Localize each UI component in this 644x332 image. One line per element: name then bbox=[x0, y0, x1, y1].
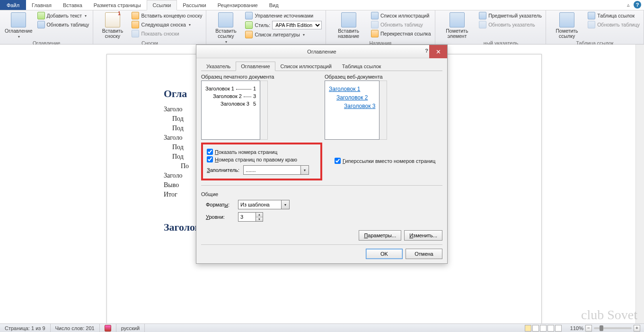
tab-insert[interactable]: Вставка bbox=[57, 0, 88, 10]
insert-endnote-button[interactable]: Вставить концевую сноску bbox=[131, 11, 203, 20]
tab-layout[interactable]: Разметка страницы bbox=[88, 0, 147, 10]
right-align-checkbox[interactable]: Номера страниц по правому краю bbox=[207, 156, 317, 162]
figure-list-button[interactable]: Список иллюстраций bbox=[370, 11, 432, 20]
tab-references[interactable]: Ссылки bbox=[147, 0, 177, 10]
preview-scrollbar[interactable] bbox=[260, 81, 268, 140]
ok-button[interactable]: OK bbox=[366, 249, 403, 259]
minimize-ribbon-icon[interactable]: ▵ bbox=[627, 2, 630, 8]
tab-leader-label: Заполнитель: bbox=[207, 167, 239, 173]
print-preview: Заголовок 1 1Заголовок 2 3Заголовок 3 5 bbox=[201, 81, 260, 140]
tab-view[interactable]: Вид bbox=[264, 0, 284, 10]
tab-home[interactable]: Главная bbox=[26, 0, 57, 10]
modify-button[interactable]: Изменить... bbox=[404, 230, 442, 241]
crossref-button[interactable]: Перекрестная ссылка bbox=[370, 29, 432, 38]
dtab-figs[interactable]: Список иллюстраций bbox=[275, 62, 337, 71]
language-indicator[interactable]: русский bbox=[116, 324, 145, 332]
show-page-numbers-checkbox[interactable]: Показать номера страниц bbox=[207, 149, 317, 155]
dialog-help-icon[interactable]: ? bbox=[425, 48, 428, 54]
print-preview-label: Образец печатного документа bbox=[201, 74, 319, 80]
view-web-icon[interactable] bbox=[540, 325, 547, 332]
zoom-slider[interactable] bbox=[594, 327, 632, 329]
group-footnotes: 1Вставить сноску Вставить концевую сноск… bbox=[93, 10, 206, 44]
view-print-icon[interactable] bbox=[525, 325, 531, 332]
dialog-title: Оглавление bbox=[307, 49, 336, 54]
file-tab[interactable]: Файл bbox=[0, 0, 26, 10]
help-icon[interactable]: ? bbox=[634, 1, 641, 9]
hyperlinks-checkbox[interactable]: Гиперссылки вместо номеров страниц bbox=[335, 158, 435, 164]
view-read-icon[interactable] bbox=[532, 325, 539, 332]
mark-entry-button[interactable]: Пометить элемент bbox=[438, 11, 476, 40]
highlighted-options: Показать номера страниц Номера страниц п… bbox=[201, 143, 322, 180]
insert-caption-button[interactable]: Вставить название bbox=[329, 11, 368, 40]
update-toc-button[interactable]: Обновить таблицу bbox=[36, 20, 90, 29]
cancel-button[interactable]: Отмена bbox=[406, 249, 442, 259]
proofing-icon[interactable] bbox=[100, 324, 116, 332]
chevron-down-icon[interactable]: ▾ bbox=[281, 200, 289, 209]
dtab-toc[interactable]: Оглавление bbox=[236, 62, 275, 71]
tab-mailings[interactable]: Рассылки bbox=[177, 0, 212, 10]
insert-footnote-button[interactable]: 1Вставить сноску bbox=[96, 11, 129, 40]
update-index-button[interactable]: Обновить указатель bbox=[478, 20, 543, 29]
levels-spinner[interactable]: ▲▼ bbox=[238, 212, 263, 222]
dialog-tabs: Указатель Оглавление Список иллюстраций … bbox=[201, 61, 442, 71]
authorities-table-button[interactable]: Таблица ссылок bbox=[587, 11, 641, 20]
preview-scrollbar[interactable] bbox=[379, 81, 387, 140]
common-section-label: Общие bbox=[201, 191, 442, 197]
view-outline-icon[interactable] bbox=[547, 325, 554, 332]
insert-citation-button[interactable]: Вставить ссылку bbox=[209, 11, 242, 45]
view-buttons bbox=[520, 324, 566, 332]
group-captions: Вставить название Список иллюстраций Обн… bbox=[326, 10, 435, 44]
dialog-titlebar: Оглавление ? ✕ bbox=[196, 45, 447, 58]
subject-index-button[interactable]: Предметный указатель bbox=[478, 11, 543, 20]
toc-button[interactable]: Оглавление bbox=[3, 11, 35, 40]
params-button[interactable]: Параметры... bbox=[359, 230, 401, 241]
update-toa-button[interactable]: Обновить таблицу bbox=[587, 20, 641, 29]
web-preview: Заголовок 1Заголовок 2Заголовок 3 bbox=[325, 81, 379, 140]
zoom-value[interactable]: 110% bbox=[570, 325, 583, 331]
mark-citation-button[interactable]: Пометить ссылку bbox=[549, 11, 585, 40]
zoom-control: 110% − + bbox=[566, 325, 644, 332]
view-draft-icon[interactable] bbox=[555, 325, 562, 332]
formats-label: Форматы: bbox=[206, 202, 234, 207]
update-figlist-button[interactable]: Обновить таблицу bbox=[370, 20, 432, 29]
vertical-scrollbar[interactable] bbox=[635, 45, 644, 323]
manage-sources-button[interactable]: Управление источниками bbox=[244, 11, 323, 20]
spin-up-icon[interactable]: ▲ bbox=[256, 213, 263, 217]
formats-combo[interactable]: ▾ bbox=[238, 200, 290, 209]
ribbon: Оглавление Добавить текст Обновить табли… bbox=[0, 10, 644, 45]
style-select[interactable]: APA Fifth Edition bbox=[272, 21, 322, 29]
show-footnotes-button[interactable]: Показать сноски bbox=[131, 29, 203, 38]
spin-down-icon[interactable]: ▼ bbox=[256, 217, 263, 222]
status-bar: Страница: 1 из 9 Число слов: 201 русский… bbox=[0, 323, 644, 332]
close-icon[interactable]: ✕ bbox=[429, 45, 447, 58]
dtab-pointer[interactable]: Указатель bbox=[201, 62, 236, 71]
dtab-auth[interactable]: Таблица ссылок bbox=[337, 62, 387, 71]
tab-review[interactable]: Рецензирование bbox=[212, 0, 264, 10]
tabs-bar: Файл Главная Вставка Разметка страницы С… bbox=[0, 0, 644, 10]
toc-dialog: Оглавление ? ✕ Указатель Оглавление Спис… bbox=[196, 45, 448, 264]
group-toa: Пометить ссылку Таблица ссылок Обновить … bbox=[546, 10, 644, 44]
chevron-down-icon[interactable]: ▾ bbox=[300, 166, 309, 174]
word-count[interactable]: Число слов: 201 bbox=[51, 324, 100, 332]
bibliography-button[interactable]: Список литературы bbox=[244, 30, 323, 39]
group-index: Пометить элемент Предметный указатель Об… bbox=[435, 10, 546, 44]
web-preview-label: Образец веб-документа bbox=[325, 74, 442, 80]
zoom-in-button[interactable]: + bbox=[634, 325, 640, 332]
style-row: Стиль: APA Fifth Edition bbox=[244, 20, 323, 30]
group-citations: Вставить ссылку Управление источниками С… bbox=[206, 10, 326, 44]
group-toc: Оглавление Добавить текст Обновить табли… bbox=[0, 10, 93, 44]
zoom-out-button[interactable]: − bbox=[585, 325, 592, 332]
add-text-button[interactable]: Добавить текст bbox=[36, 11, 90, 20]
levels-label: Уровни: bbox=[206, 214, 234, 220]
page-indicator[interactable]: Страница: 1 из 9 bbox=[0, 324, 51, 332]
next-footnote-button[interactable]: Следующая сноска bbox=[131, 20, 203, 29]
tab-leader-combo[interactable]: ▾ bbox=[243, 165, 309, 175]
